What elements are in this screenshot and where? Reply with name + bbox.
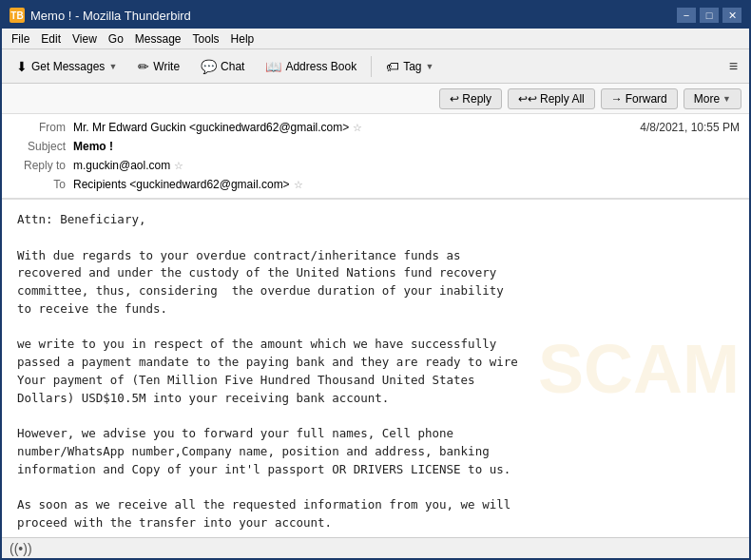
from-label: From	[11, 121, 73, 134]
subject-row: Subject Memo !	[11, 137, 740, 156]
address-book-button[interactable]: 📖 Address Book	[257, 55, 365, 78]
subject-value: Memo !	[73, 140, 113, 153]
minimize-button[interactable]: −	[677, 8, 696, 23]
get-messages-label: Get Messages	[31, 60, 105, 73]
get-messages-icon: ⬇	[16, 59, 28, 74]
more-button[interactable]: More ▼	[684, 88, 741, 109]
reply-to-row: Reply to m.guckin@aol.com ☆	[11, 156, 740, 175]
get-messages-button[interactable]: ⬇ Get Messages ▼	[8, 55, 125, 78]
main-window: TB Memo ! - Mozilla Thunderbird − □ ✕ Fi…	[0, 0, 751, 560]
write-label: Write	[153, 60, 180, 73]
to-star-icon[interactable]: ☆	[294, 179, 303, 191]
hamburger-button[interactable]: ≡	[723, 55, 743, 78]
reply-icon: ↩	[450, 92, 459, 106]
chat-icon: 💬	[201, 59, 217, 74]
tag-button[interactable]: 🏷 Tag ▼	[377, 55, 442, 78]
write-icon: ✏	[138, 59, 149, 74]
reply-label: Reply	[462, 92, 491, 106]
connection-status-icon: ((•))	[10, 541, 32, 556]
menu-bar: File Edit View Go Message Tools Help	[2, 29, 749, 49]
reply-button[interactable]: ↩ Reply	[439, 88, 502, 109]
forward-button[interactable]: → Forward	[601, 88, 678, 109]
title-bar-controls: − □ ✕	[677, 8, 741, 23]
reply-all-label: Reply All	[540, 92, 585, 106]
forward-label: Forward	[626, 92, 667, 106]
tag-icon: 🏷	[386, 59, 399, 74]
menu-edit[interactable]: Edit	[35, 30, 67, 48]
reply-to-label: Reply to	[11, 159, 73, 172]
subject-label: Subject	[11, 140, 73, 153]
from-value: Mr. Mr Edward Guckin <guckinedward62@gma…	[73, 121, 349, 134]
write-button[interactable]: ✏ Write	[129, 55, 188, 78]
maximize-button[interactable]: □	[700, 8, 719, 23]
menu-tools[interactable]: Tools	[187, 30, 225, 48]
forward-icon: →	[611, 92, 623, 106]
email-body-text: Attn: Beneficiary, With due regards to y…	[17, 211, 734, 537]
email-body: SCAM Attn: Beneficiary, With due regards…	[2, 200, 749, 537]
to-value: Recipients <guckinedward62@gmail.com>	[73, 178, 290, 191]
email-metadata: From Mr. Mr Edward Guckin <guckinedward6…	[2, 114, 749, 199]
app-icon: TB	[10, 8, 25, 23]
tag-label: Tag	[403, 60, 421, 73]
menu-help[interactable]: Help	[225, 30, 260, 48]
chat-button[interactable]: 💬 Chat	[192, 55, 253, 78]
title-bar-left: TB Memo ! - Mozilla Thunderbird	[10, 8, 191, 23]
from-star-icon[interactable]: ☆	[353, 122, 362, 134]
menu-go[interactable]: Go	[103, 30, 129, 48]
reply-to-star-icon[interactable]: ☆	[174, 160, 183, 172]
close-button[interactable]: ✕	[722, 8, 741, 23]
menu-view[interactable]: View	[67, 30, 103, 48]
reply-all-icon: ↩↩	[518, 92, 537, 106]
chat-label: Chat	[221, 60, 244, 73]
more-label: More	[694, 92, 720, 106]
menu-file[interactable]: File	[6, 30, 35, 48]
status-bar: ((•))	[2, 537, 749, 558]
from-row: From Mr. Mr Edward Guckin <guckinedward6…	[11, 118, 740, 137]
get-messages-dropdown-icon: ▼	[108, 62, 117, 71]
tag-dropdown-icon: ▼	[426, 62, 434, 71]
to-label: To	[11, 178, 73, 191]
message-action-bar: ↩ Reply ↩↩ Reply All → Forward More ▼	[2, 84, 749, 114]
menu-message[interactable]: Message	[129, 30, 187, 48]
address-book-icon: 📖	[265, 59, 281, 74]
to-row: To Recipients <guckinedward62@gmail.com>…	[11, 175, 740, 194]
reply-all-button[interactable]: ↩↩ Reply All	[508, 88, 595, 109]
toolbar-separator	[371, 56, 372, 77]
title-bar: TB Memo ! - Mozilla Thunderbird − □ ✕	[2, 2, 749, 29]
email-date: 4/8/2021, 10:55 PM	[640, 121, 740, 134]
more-dropdown-icon: ▼	[722, 94, 731, 104]
window-title: Memo ! - Mozilla Thunderbird	[30, 9, 191, 23]
address-book-label: Address Book	[285, 60, 356, 73]
reply-to-value: m.guckin@aol.com	[73, 159, 170, 172]
toolbar: ⬇ Get Messages ▼ ✏ Write 💬 Chat 📖 Addres…	[2, 49, 749, 84]
